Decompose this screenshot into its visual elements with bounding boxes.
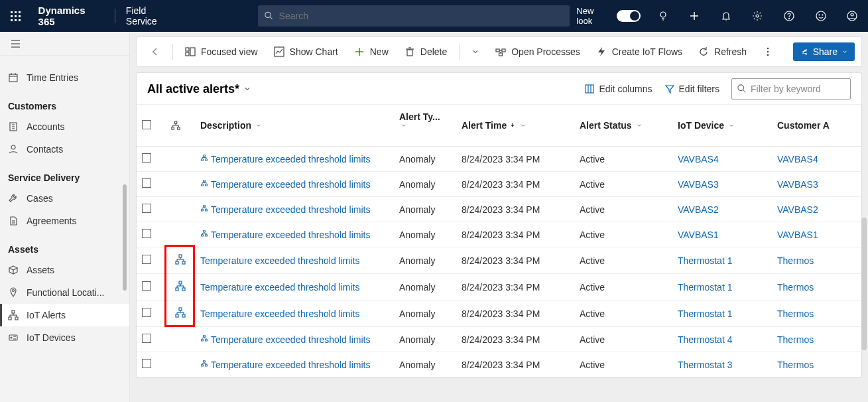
show-chart-button[interactable]: Show Chart [267,42,345,61]
cell-customer-asset[interactable]: VAVBAS3 [772,172,861,197]
col-description[interactable]: Description [195,105,394,147]
col-alert-time[interactable]: Alert Time [456,105,569,147]
row-checkbox[interactable] [137,172,166,197]
share-button[interactable]: Share [793,42,855,61]
col-iot-device[interactable]: IoT Device [672,105,772,147]
sidebar-item-agreements[interactable]: Agreements [0,210,129,232]
col-customer-asset[interactable]: Customer A [772,105,861,147]
row-hierarchy[interactable] [166,352,195,377]
focused-view-button[interactable]: Focused view [178,42,265,61]
cell-description[interactable]: Temperature exceeded threshold limits [195,172,394,197]
notifications-icon[interactable] [710,0,742,32]
row-hierarchy[interactable] [166,222,195,247]
table-row[interactable]: Temperature exceeded threshold limits An… [137,327,861,352]
select-all-header[interactable] [137,105,166,147]
hierarchy-icon[interactable] [175,281,186,291]
edit-filters-button[interactable]: Edit filters [664,84,719,94]
cell-customer-asset[interactable]: Thermos [772,327,861,352]
col-alert-status[interactable]: Alert Status [569,105,672,147]
sidebar-item-iot-devices[interactable]: IoT Devices [0,326,129,349]
cell-customer-asset[interactable]: VAVBAS4 [772,147,861,172]
sidebar-item-contacts[interactable]: Contacts [0,138,129,161]
sidebar-item-cases[interactable]: Cases [0,187,129,210]
cell-description[interactable]: Temperature exceeded threshold limits [195,327,394,352]
row-checkbox[interactable] [137,222,166,247]
sidebar-item-assets[interactable]: Assets [0,259,129,281]
cell-description[interactable]: Temperature exceeded threshold limits [195,147,394,172]
filter-keyword-input[interactable]: Filter by keyword [731,78,851,100]
cell-iot-device[interactable]: VAVBAS4 [672,147,772,172]
cell-iot-device[interactable]: Thermostat 1 [672,274,772,301]
cell-description[interactable]: Temperature exceeded threshold limits [195,352,394,377]
cell-iot-device[interactable]: VAVBAS1 [672,222,772,247]
cell-iot-device[interactable]: Thermostat 1 [672,301,772,327]
cell-iot-device[interactable]: Thermostat 1 [672,247,772,274]
account-icon[interactable] [836,0,868,32]
hierarchy-icon[interactable] [175,307,186,318]
delete-split[interactable] [465,44,486,60]
row-hierarchy[interactable] [166,301,195,327]
cell-customer-asset[interactable]: Thermos [772,352,861,377]
hierarchy-header[interactable] [166,105,195,147]
cell-description[interactable]: Temperature exceeded threshold limits [195,222,394,247]
new-button[interactable]: New [347,42,395,61]
row-hierarchy[interactable] [166,147,195,172]
cell-description[interactable]: Temperature exceeded threshold limits [195,301,394,327]
scrollbar-thumb[interactable] [123,184,127,291]
help-icon[interactable] [773,0,805,32]
cell-customer-asset[interactable]: Thermos [772,247,861,274]
cell-customer-asset[interactable]: VAVBAS1 [772,222,861,247]
search-input[interactable] [279,11,564,21]
settings-icon[interactable] [742,0,774,32]
sidebar-item-time-entries[interactable]: Time Entries [0,66,129,89]
cell-description[interactable]: Temperature exceeded threshold limits [195,247,394,274]
row-checkbox[interactable] [137,274,166,301]
table-row[interactable]: Temperature exceeded threshold limits An… [137,222,861,247]
table-row[interactable]: Temperature exceeded threshold limits An… [137,301,861,327]
more-commands[interactable] [756,42,780,61]
row-hierarchy[interactable] [166,247,195,274]
app-area[interactable]: Field Service [119,5,186,27]
row-hierarchy[interactable] [166,172,195,197]
grid-scrollbar[interactable] [861,218,867,350]
create-iot-flows-button[interactable]: Create IoT Flows [589,42,689,61]
row-checkbox[interactable] [137,147,166,172]
table-row[interactable]: Temperature exceeded threshold limits An… [137,172,861,197]
cell-customer-asset[interactable]: VAVBAS2 [772,197,861,222]
row-checkbox[interactable] [137,197,166,222]
add-icon[interactable] [678,0,710,32]
sidebar-item-functional-locati-[interactable]: Functional Locati... [0,281,129,304]
cell-description[interactable]: Temperature exceeded threshold limits [195,197,394,222]
app-launcher[interactable] [0,11,32,21]
table-row[interactable]: Temperature exceeded threshold limits An… [137,147,861,172]
row-hierarchy[interactable] [166,274,195,301]
edit-columns-button[interactable]: Edit columns [584,84,652,94]
table-row[interactable]: Temperature exceeded threshold limits An… [137,247,861,274]
cell-description[interactable]: Temperature exceeded threshold limits [195,274,394,301]
sidebar-toggle[interactable] [0,32,129,56]
row-checkbox[interactable] [137,247,166,274]
delete-button[interactable]: Delete [398,42,454,61]
view-selector[interactable]: All active alerts* [147,82,251,96]
lightbulb-icon[interactable] [647,0,679,32]
table-row[interactable]: Temperature exceeded threshold limits An… [137,352,861,377]
sidebar-item[interactable] [0,56,129,66]
sidebar-item-accounts[interactable]: Accounts [0,115,129,138]
row-checkbox[interactable] [137,352,166,377]
cell-customer-asset[interactable]: Thermos [772,301,861,327]
sidebar-item-iot-alerts[interactable]: IoT Alerts [0,304,129,326]
cell-iot-device[interactable]: Thermostat 4 [672,327,772,352]
cell-iot-device[interactable]: Thermostat 3 [672,352,772,377]
back-button[interactable] [143,42,167,61]
row-checkbox[interactable] [137,301,166,327]
table-row[interactable]: Temperature exceeded threshold limits An… [137,274,861,301]
col-alert-type[interactable]: Alert Ty... [394,105,456,147]
table-row[interactable]: Temperature exceeded threshold limits An… [137,197,861,222]
feedback-icon[interactable] [805,0,837,32]
row-checkbox[interactable] [137,327,166,352]
new-look-toggle[interactable]: New look [570,6,647,26]
cell-customer-asset[interactable]: Thermos [772,274,861,301]
row-hierarchy[interactable] [166,197,195,222]
row-hierarchy[interactable] [166,327,195,352]
cell-iot-device[interactable]: VAVBAS2 [672,197,772,222]
